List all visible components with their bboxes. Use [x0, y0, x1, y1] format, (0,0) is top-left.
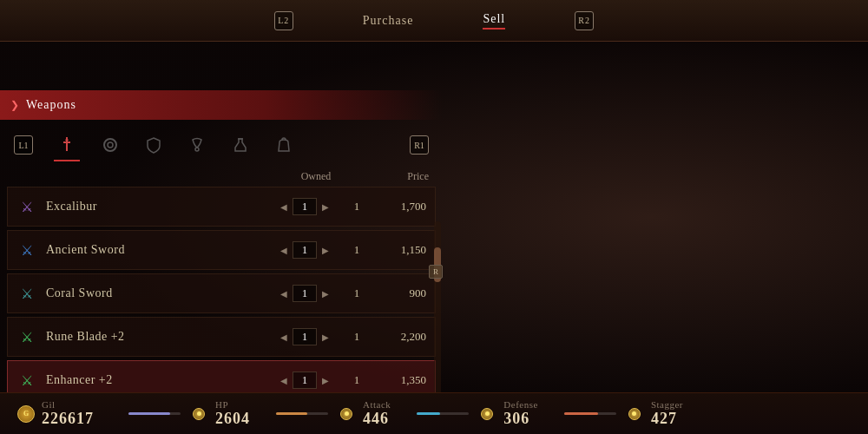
attack-value: 446 — [363, 410, 391, 428]
ancient-sword-owned: 1 — [339, 243, 374, 257]
scrollbar[interactable]: R — [434, 221, 441, 395]
gil-value: 226617 — [42, 410, 94, 428]
qty-val-0: 1 — [293, 198, 317, 215]
rune-blade-qty[interactable]: ◀ 1 ▶ — [270, 328, 339, 345]
excalibur-owned: 1 — [339, 200, 374, 214]
excalibur-name: Excalibur — [46, 200, 270, 214]
category-title: Weapons — [26, 98, 76, 112]
hp-dot — [193, 408, 205, 420]
tab-items[interactable] — [227, 132, 253, 158]
attack-label: Attack — [363, 399, 391, 410]
stat-group-attack: Attack 446 — [276, 399, 391, 428]
item-row-ancient-sword[interactable]: ⚔ Ancient Sword ◀ 1 ▶ 1 1,150 — [7, 230, 436, 270]
l2-button[interactable]: L2 — [274, 11, 293, 30]
hp-label: HP — [215, 399, 250, 410]
r1-badge: R1 — [410, 135, 429, 155]
ancient-sword-qty[interactable]: ◀ 1 ▶ — [270, 241, 339, 259]
l2-badge: L2 — [274, 11, 293, 30]
category-chevron: ❯ — [10, 99, 19, 112]
defense-label: Defense — [503, 399, 538, 410]
category-header: ❯ Weapons — [0, 90, 443, 120]
gil-label: Gil — [42, 399, 94, 410]
left-panel: ❯ Weapons L1 — [0, 83, 443, 434]
qty-right-arrow-3[interactable]: ▶ — [322, 332, 329, 342]
bottom-bar: G Gil 226617 HP 2604 Attack 446 — [0, 392, 868, 434]
items-list: ⚔ Excalibur ◀ 1 ▶ 1 1,700 ⚔ Ancient Swor… — [0, 187, 443, 400]
icon-tabs: L1 — [0, 127, 443, 163]
excalibur-qty[interactable]: ◀ 1 ▶ — [270, 198, 339, 215]
stagger-label: Stagger — [651, 399, 683, 410]
purchase-tab[interactable]: Purchase — [363, 14, 414, 28]
qty-left-arrow-3[interactable]: ◀ — [280, 332, 287, 342]
stagger-value: 427 — [651, 410, 683, 428]
qty-val-1: 1 — [293, 241, 317, 259]
enhancer-owned: 1 — [339, 373, 374, 387]
rune-blade-price: 2,200 — [374, 330, 426, 344]
coral-sword-name: Coral Sword — [46, 286, 270, 300]
item-row-excalibur[interactable]: ⚔ Excalibur ◀ 1 ▶ 1 1,700 — [7, 187, 436, 227]
r2-button[interactable]: R2 — [575, 11, 594, 30]
col-owned-header: Owned — [273, 170, 359, 183]
qty-left-arrow-1[interactable]: ◀ — [280, 246, 287, 255]
qty-val-4: 1 — [293, 372, 317, 389]
tab-weapons[interactable] — [54, 132, 80, 158]
gil-coin-icon: G — [17, 405, 35, 423]
ancient-sword-name: Ancient Sword — [46, 243, 270, 257]
qty-left-arrow-0[interactable]: ◀ — [280, 202, 287, 212]
coral-sword-qty[interactable]: ◀ 1 ▶ — [270, 285, 339, 302]
svg-marker-2 — [65, 137, 69, 141]
top-bar: L2 Purchase Sell R2 — [0, 0, 868, 42]
qty-left-arrow-4[interactable]: ◀ — [280, 376, 287, 385]
stat-group-stagger: Stagger 427 — [564, 399, 683, 428]
coral-sword-owned: 1 — [339, 286, 374, 300]
sell-tab[interactable]: Sell — [483, 12, 505, 30]
svg-point-3 — [104, 139, 116, 151]
defense-dot — [481, 408, 493, 420]
column-headers: Owned Price — [0, 170, 443, 187]
defense-value: 306 — [503, 410, 538, 428]
qty-val-3: 1 — [293, 328, 317, 345]
coral-sword-price: 900 — [374, 286, 426, 300]
svg-point-4 — [108, 142, 113, 148]
r-indicator: R — [429, 265, 443, 279]
rune-blade-owned: 1 — [339, 330, 374, 344]
qty-left-arrow-2[interactable]: ◀ — [280, 289, 287, 299]
rune-blade-name: Rune Blade +2 — [46, 330, 270, 344]
hp-value: 2604 — [215, 410, 250, 428]
excalibur-icon: ⚔ — [16, 196, 37, 217]
attack-dot — [340, 408, 352, 420]
stat-group-hp: HP 2604 — [128, 399, 250, 428]
stat-group-defense: Defense 306 — [417, 399, 538, 428]
coral-sword-icon: ⚔ — [16, 283, 37, 304]
item-row-coral-sword[interactable]: ⚔ Coral Sword ◀ 1 ▶ 1 900 — [7, 273, 436, 313]
qty-right-arrow-1[interactable]: ▶ — [322, 246, 329, 255]
tab-rings[interactable] — [97, 132, 123, 158]
ancient-sword-price: 1,150 — [374, 243, 426, 257]
svg-point-5 — [195, 148, 199, 151]
tab-accessories[interactable] — [184, 132, 210, 158]
col-price-header: Price — [359, 170, 429, 183]
enhancer-qty[interactable]: ◀ 1 ▶ — [270, 372, 339, 389]
qty-val-2: 1 — [293, 285, 317, 302]
tab-materials[interactable] — [271, 132, 297, 158]
enhancer-name: Enhancer +2 — [46, 373, 270, 387]
ancient-sword-icon: ⚔ — [16, 240, 37, 260]
item-row-rune-blade[interactable]: ⚔ Rune Blade +2 ◀ 1 ▶ 1 2,200 — [7, 317, 436, 357]
stagger-dot — [628, 408, 641, 420]
qty-right-arrow-0[interactable]: ▶ — [322, 202, 329, 212]
l1-badge: L1 — [14, 135, 33, 155]
qty-right-arrow-2[interactable]: ▶ — [322, 289, 329, 299]
rune-blade-icon: ⚔ — [16, 326, 37, 347]
stat-group-gil: G Gil 226617 — [17, 399, 94, 428]
excalibur-price: 1,700 — [374, 200, 426, 214]
enhancer-icon: ⚔ — [16, 370, 37, 391]
enhancer-price: 1,350 — [374, 373, 426, 387]
qty-right-arrow-4[interactable]: ▶ — [322, 376, 329, 385]
tab-shields[interactable] — [141, 132, 167, 158]
r2-badge: R2 — [575, 11, 594, 30]
